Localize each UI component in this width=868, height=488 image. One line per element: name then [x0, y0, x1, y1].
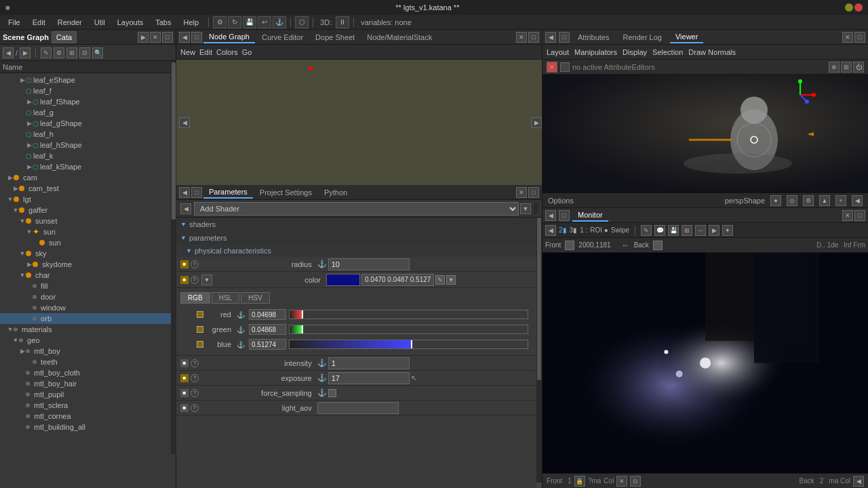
monitor-left-btn[interactable]: ◀ [545, 210, 556, 221]
render-btn[interactable]: ⬡ [295, 16, 309, 28]
display-btn[interactable]: Display [623, 48, 647, 56]
edit-btn[interactable]: Edit [199, 48, 212, 56]
tree-item-mtl_boy[interactable]: ▶ mtl_boy [0, 346, 176, 357]
options-label[interactable]: Options [548, 197, 574, 205]
tree-item-materials[interactable]: ▼ materials [0, 324, 176, 335]
persp-person[interactable]: ▲ [819, 195, 830, 206]
intensity-help[interactable]: ? [191, 359, 199, 367]
monitor-lock-btn[interactable]: □ [559, 210, 570, 221]
color-edit-btn[interactable]: ✎ [435, 275, 445, 285]
refresh-btn[interactable]: ↻ [228, 16, 241, 28]
close-button[interactable] [854, 3, 863, 12]
draw-normals-btn[interactable]: Draw Normals [688, 48, 736, 56]
tree-item-fill[interactable]: fill [0, 281, 176, 291]
attr-power-btn[interactable]: ⏻ [853, 62, 864, 73]
viewer-close-btn[interactable]: ✕ [842, 32, 853, 43]
mt-swipe[interactable]: Swipe [611, 226, 629, 234]
back-swatch[interactable] [653, 241, 663, 250]
viewer-pop-btn[interactable]: □ [854, 32, 865, 43]
tab-dope-sheet[interactable]: Dope Sheet [310, 32, 360, 43]
add-shader-dropdown[interactable]: ▼ [520, 203, 531, 214]
tree-item-mtl_boy_cloth[interactable]: mtl_boy_cloth [0, 367, 176, 378]
menu-tabs[interactable]: Tabs [150, 17, 176, 28]
sg-collapse-btn[interactable]: ⊟ [79, 47, 90, 58]
red-slider-track[interactable] [289, 310, 528, 319]
ng-unlock-btn[interactable]: □ [191, 32, 202, 43]
params-scrollbar-thumb[interactable] [537, 218, 541, 380]
monitor-close-btn[interactable]: ✕ [842, 210, 853, 221]
tree-item-leaf_fShape[interactable]: ▶ ⬡ leaf_fShape [0, 96, 176, 107]
front-swatch[interactable] [565, 241, 574, 250]
persp-add[interactable]: + [835, 195, 846, 206]
tree-item-orb[interactable]: orb [0, 313, 176, 324]
blue-slider-track[interactable] [289, 340, 528, 349]
layout-btn[interactable]: Layout [547, 48, 569, 56]
monitor-lock2[interactable]: ◀ [545, 225, 556, 236]
radius-help[interactable]: ? [191, 260, 199, 268]
tree-item-door[interactable]: door [0, 291, 176, 302]
sg-play-btn[interactable]: ▶ [20, 47, 31, 58]
color-preview-swatch[interactable] [326, 274, 360, 286]
tab-monitor[interactable]: Monitor [572, 209, 608, 222]
tree-item-sun[interactable]: ▼ ✦ sun [0, 226, 176, 237]
scene-graph-close-btn[interactable]: ✕ [150, 32, 161, 43]
tree-item-geo[interactable]: ▼ geo [0, 335, 176, 346]
menu-file[interactable]: File [3, 17, 26, 28]
mb-nav[interactable]: ◀ [853, 476, 864, 487]
mt-save[interactable]: 💾 [668, 225, 679, 236]
save-btn[interactable]: 💾 [243, 16, 256, 28]
section-parameters[interactable]: ▼ parameters [176, 231, 542, 245]
tree-item-mtl_building_all[interactable]: mtl_building_all [0, 422, 176, 432]
monitor-pop-btn[interactable]: □ [854, 210, 865, 221]
color-expand-btn[interactable]: ▼ [201, 274, 212, 285]
menu-help[interactable]: Help [178, 17, 204, 28]
tab-node-graph[interactable]: Node Graph [203, 31, 255, 43]
blue-slider-input[interactable] [249, 339, 286, 350]
params-close-btn[interactable]: ✕ [516, 187, 527, 198]
tree-item-cam_test[interactable]: ▶ cam_test [0, 183, 176, 194]
selection-btn[interactable]: Selection [652, 48, 683, 56]
light-aov-help[interactable]: ? [191, 404, 199, 412]
tab-python[interactable]: Python [319, 187, 353, 198]
mt-speech[interactable]: 💬 [654, 225, 665, 236]
persp-shape-label[interactable]: perspShape [725, 197, 765, 205]
tree-item-leaf_eShape[interactable]: ▶ ⬡ leaf_eShape [0, 75, 176, 85]
red-slider-input[interactable] [249, 309, 286, 320]
subsection-physical[interactable]: ▼ physical characteristics [176, 245, 542, 257]
sg-search-btn[interactable]: 🔍 [92, 47, 103, 58]
persp-settings[interactable]: ⚙ [803, 195, 814, 206]
tree-item-sun-child[interactable]: sun [0, 237, 176, 248]
tree-item-leaf_gShape[interactable]: ▶ ⬡ leaf_gShape [0, 118, 176, 129]
mt-star[interactable]: ✦ [722, 225, 733, 236]
viewer-3d[interactable] [542, 75, 868, 193]
ng-pop-btn[interactable]: □ [528, 32, 539, 43]
tab-curve-editor[interactable]: Curve Editor [256, 32, 309, 43]
tree-item-cam[interactable]: ▶ cam [0, 172, 176, 183]
canvas-scroll-right[interactable]: ▶ [531, 117, 542, 128]
menu-render[interactable]: Render [52, 17, 87, 28]
sg-settings-btn[interactable]: ⚙ [54, 47, 64, 58]
color-more-btn[interactable]: ▼ [446, 275, 456, 285]
tree-area[interactable]: ▶ ⬡ leaf_eShape ⬡ leaf_f ▶ ⬡ leaf_fShape… [0, 73, 176, 488]
persp-vis2[interactable]: ◎ [787, 195, 797, 206]
ng-close-btn[interactable]: ✕ [516, 32, 527, 43]
tab-viewer[interactable]: Viewer [670, 31, 703, 43]
canvas-scroll-left[interactable]: ◀ [179, 117, 190, 128]
tree-item-teeth[interactable]: teeth [0, 357, 176, 367]
tree-item-leaf_k[interactable]: ⬡ leaf_k [0, 150, 176, 161]
viewer-left-btn[interactable]: ◀ [545, 32, 556, 43]
tab-attributes[interactable]: Attributes [572, 32, 614, 43]
viewer-lock-btn[interactable]: □ [559, 32, 570, 43]
tree-item-leaf_h[interactable]: ⬡ leaf_h [0, 129, 176, 140]
exposure-help[interactable]: ? [191, 374, 199, 382]
params-scrollbar-v[interactable] [536, 218, 542, 488]
scene-graph-pop-btn[interactable]: □ [162, 32, 173, 43]
persp-vis1[interactable]: ● [770, 195, 781, 206]
undo-btn[interactable]: ↩ [258, 16, 271, 28]
scene-graph-nav-btn[interactable]: ▶ [138, 32, 149, 43]
color-tab-hsv[interactable]: HSV [241, 292, 270, 304]
scene-graph-tab-cata[interactable]: Cata [52, 31, 77, 43]
attr-checkbox[interactable] [560, 62, 570, 72]
params-scrollbar[interactable] [534, 203, 538, 214]
tree-item-window[interactable]: window [0, 302, 176, 313]
